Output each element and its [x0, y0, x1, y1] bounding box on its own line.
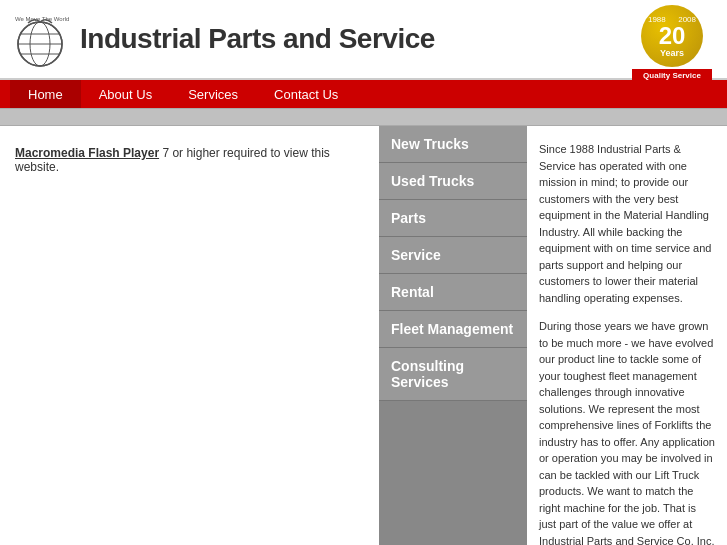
right-para1: Since 1988 Industrial Parts & Service ha… [539, 141, 715, 306]
flash-player-link[interactable]: Macromedia Flash Player [15, 146, 159, 160]
logo-area: We Move The World Industrial Parts and S… [10, 9, 717, 69]
anniversary-badge: 1988 2008 20 Years Quality Service [627, 5, 717, 75]
menu-item-parts[interactable]: Parts [379, 200, 527, 237]
nav-item-contact[interactable]: Contact Us [256, 80, 356, 108]
site-header: We Move The World Industrial Parts and S… [0, 0, 727, 80]
left-content: Macromedia Flash Player 7 or higher requ… [0, 126, 379, 545]
nav-item-services[interactable]: Services [170, 80, 256, 108]
menu-item-rental[interactable]: Rental [379, 274, 527, 311]
menu-item-consulting[interactable]: Consulting Services [379, 348, 527, 401]
nav-item-home[interactable]: Home [10, 80, 81, 108]
globe-icon: We Move The World [10, 9, 70, 69]
nav-item-about[interactable]: About Us [81, 80, 170, 108]
menu-item-used-trucks[interactable]: Used Trucks [379, 163, 527, 200]
menu-item-new-trucks[interactable]: New Trucks [379, 126, 527, 163]
menu-item-fleet[interactable]: Fleet Management [379, 311, 527, 348]
flash-notice: Macromedia Flash Player 7 or higher requ… [15, 146, 364, 174]
gray-bar [0, 108, 727, 126]
badge-number: 20 [659, 24, 686, 48]
right-content: Since 1988 Industrial Parts & Service ha… [527, 126, 727, 545]
svg-text:We Move The World: We Move The World [15, 16, 69, 22]
right-para2: During those years we have grown to be m… [539, 318, 715, 545]
menu-panel: New Trucks Used Trucks Parts Service Ren… [379, 126, 527, 545]
menu-item-service[interactable]: Service [379, 237, 527, 274]
main-nav: Home About Us Services Contact Us [0, 80, 727, 108]
badge-years-label: Years [660, 48, 684, 58]
main-content: Macromedia Flash Player 7 or higher requ… [0, 126, 727, 545]
site-title: Industrial Parts and Service [80, 23, 435, 55]
badge-quality-label: Quality Service [632, 69, 712, 82]
